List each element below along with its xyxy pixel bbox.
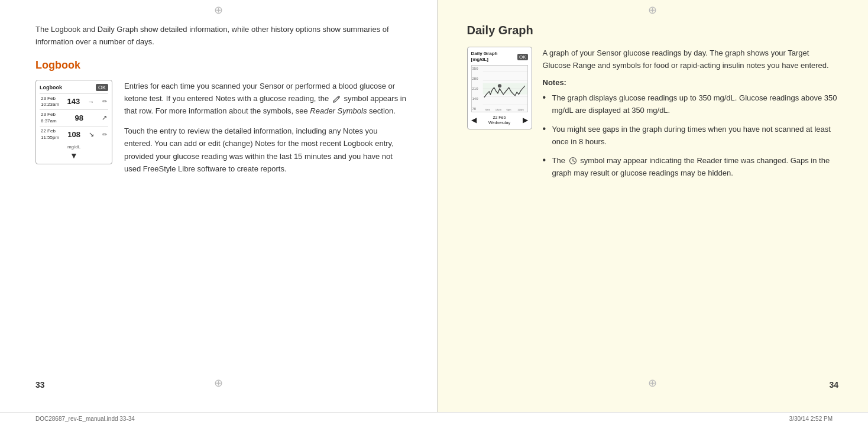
logbook-row-1[interactable]: 23 Feb 10:23am 143 → ✏: [40, 93, 108, 110]
page-number-left: 33: [35, 380, 45, 390]
note-item-2: You might see gaps in the graph during t…: [543, 123, 839, 148]
reader-symbols-link: Reader Symbols: [310, 106, 367, 115]
footer-date: 3/30/14 2:52 PM: [789, 416, 833, 422]
row-2-value: 98: [75, 113, 83, 122]
notes-heading: Notes:: [543, 78, 839, 87]
crosshair-bottom-left: ⊕: [214, 377, 223, 390]
graph-date-label: 22 Feb Wednesday: [488, 115, 510, 125]
row-2-arrow: ↗: [102, 114, 107, 122]
row-1-date: 23 Feb 10:23am: [41, 96, 59, 108]
row-3-value: 108: [67, 130, 80, 139]
graph-device-title: Daily Graph [mg/dL]: [471, 51, 498, 63]
device-title: Logbook: [40, 85, 62, 90]
svg-text:6am: 6am: [485, 108, 490, 111]
row-3-note-icon: ✏: [102, 131, 107, 138]
page-intro-text: The Logbook and Daily Graph show detaile…: [35, 24, 407, 48]
glucose-graph-svg: 6am 12pm 6pm 12am: [472, 66, 527, 112]
pencil-icon: [332, 95, 341, 103]
left-page: ⊕ The Logbook and Daily Graph show detai…: [0, 0, 438, 412]
device-ok-button[interactable]: OK: [96, 84, 108, 91]
logbook-section: Logbook OK 23 Feb 10:23am 143 → ✏ 23: [35, 80, 407, 183]
graph-device-header: Daily Graph [mg/dL] OK: [471, 51, 528, 63]
logbook-row-2[interactable]: 23 Feb 6:37am 98 ↗: [40, 109, 108, 126]
graph-footer: ◀ 22 Feb Wednesday ▶: [471, 115, 528, 125]
svg-line-13: [573, 161, 575, 162]
note-item-3: The symbol may appear indicating the Rea…: [543, 154, 839, 180]
logbook-paragraph-2: Touch the entry to review the detailed i…: [124, 125, 407, 176]
footer-doc-number: DOC28687_rev-E_manual.indd 33-34: [35, 416, 135, 422]
svg-text:6pm: 6pm: [506, 108, 511, 111]
graph-nav-left[interactable]: ◀: [471, 116, 477, 124]
unit-label: mg/dL: [40, 144, 108, 150]
crosshair-bottom-right: ⊕: [648, 377, 657, 390]
down-arrow: ▼: [40, 151, 108, 160]
page-number-right: 34: [829, 380, 838, 390]
graph-ok-button[interactable]: OK: [517, 54, 528, 60]
crosshair-top-right: ⊕: [648, 4, 657, 17]
logbook-section-title: Logbook: [35, 59, 407, 72]
row-3-date: 22 Feb 11:55pm: [41, 128, 59, 141]
daily-graph-title: Daily Graph: [467, 24, 839, 37]
svg-text:12am: 12am: [517, 108, 524, 111]
graph-nav-right[interactable]: ▶: [523, 116, 528, 124]
row-1-value: 143: [67, 97, 80, 106]
svg-point-6: [497, 84, 501, 87]
logbook-text-content: Entries for each time you scanned your S…: [124, 80, 407, 183]
device-header: Logbook OK: [40, 84, 108, 91]
logbook-paragraph-1: Entries for each time you scanned your S…: [124, 80, 407, 118]
crosshair-top-left: ⊕: [214, 4, 223, 17]
svg-text:12pm: 12pm: [495, 108, 501, 111]
footer-bar: DOC28687_rev-E_manual.indd 33-34 3/30/14…: [0, 412, 868, 425]
clock-icon: [569, 157, 577, 165]
row-3-arrow: ↘: [89, 131, 94, 138]
row-1-note-icon: ✏: [102, 98, 107, 105]
notes-list: The graph displays glucose readings up t…: [543, 92, 839, 180]
graph-chart-area: 350 280 210 140 70: [471, 65, 528, 112]
right-page: ⊕ Daily Graph Daily Graph [mg/dL] OK 350…: [438, 0, 869, 412]
logbook-row-3[interactable]: 22 Feb 11:55pm 108 ↘ ✏: [40, 126, 108, 142]
daily-graph-text-content: A graph of your Sensor glucose readings …: [543, 47, 839, 186]
graph-device-mockup: Daily Graph [mg/dL] OK 350 280 210 140 7…: [467, 47, 532, 129]
row-1-arrow: →: [88, 98, 95, 105]
daily-graph-content: Daily Graph [mg/dL] OK 350 280 210 140 7…: [467, 47, 839, 186]
daily-graph-description: A graph of your Sensor glucose readings …: [543, 47, 839, 72]
logbook-device-mockup: Logbook OK 23 Feb 10:23am 143 → ✏ 23: [35, 80, 112, 164]
row-2-date: 23 Feb 6:37am: [41, 112, 57, 124]
note-item-1: The graph displays glucose readings up t…: [543, 92, 839, 117]
